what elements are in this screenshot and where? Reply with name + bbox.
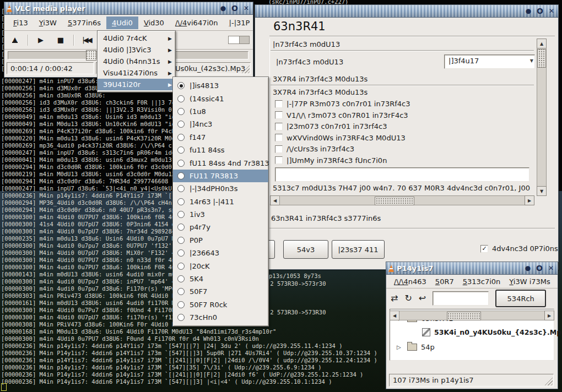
interface-checkbox-row[interactable]: /\/cUrs3s in73rf4c3: [275, 145, 354, 153]
expander-closed-icon[interactable]: ▷: [397, 344, 403, 350]
submenu-arrow-icon: ▶: [168, 36, 172, 41]
window-shade-icon[interactable]: ●︎: [523, 264, 532, 273]
equalizer-menu-item[interactable]: 1iv3: [173, 208, 268, 221]
equalizer-menu-item[interactable]: 14r63 |-|411: [173, 195, 268, 208]
help-text: 5313c7 m0dU13s 7H47 j00 w4n7. 70 637 M0R…: [273, 184, 532, 193]
window-shade-icon[interactable]: ●︎: [219, 4, 228, 13]
search-input[interactable]: [433, 291, 489, 306]
resize-grip-icon[interactable]: [543, 375, 553, 385]
desktop: [ [ [ [ [ [ [ [ [ [00000247] m4in inPU7 …: [0, 0, 562, 392]
equalizer-menu-item[interactable]: 73cHn0: [173, 311, 268, 324]
audio-menu-item[interactable]: 4Udi0 |]3Vic3 ▶: [98, 44, 175, 56]
window-maximize-icon[interactable]: O: [535, 264, 544, 273]
vlc-menu-item[interactable]: /\/4vi647i0n: [170, 17, 224, 29]
search-button[interactable]: 534Rch: [495, 290, 546, 307]
playlist-menu-item[interactable]: 50R7: [431, 276, 458, 287]
audio-menu-item[interactable]: 39U41i20r ▶: [98, 79, 175, 90]
time-display: 0:00:14 / 0:00:42: [7, 62, 94, 74]
equalizer-menu-item[interactable]: f147: [173, 131, 268, 144]
v-scrollbar-thumb[interactable]: [537, 49, 546, 68]
vlc-menu-item[interactable]: |-|31P: [224, 17, 256, 29]
interface-checkbox-row[interactable]: wXVVind0Ws in73RF4c3 M0dU13: [275, 134, 406, 142]
equalizer-menu-item[interactable]: 50F7 R0ck: [173, 298, 268, 311]
vlc-titlebar[interactable]: VLC media player ●︎ O ✕: [4, 2, 253, 15]
checkbox-icon[interactable]: [275, 156, 283, 164]
equalizer-menu-item[interactable]: |20cK: [173, 259, 268, 272]
vlc-menu-item[interactable]: Fi13: [8, 17, 34, 29]
vlc-menu-item[interactable]: 5377in6s: [62, 17, 106, 29]
checkbox-icon[interactable]: [275, 123, 283, 130]
interface-checkbox-row[interactable]: |-|77P R3m073 c0n7r01 in73Rf4c3: [275, 100, 410, 108]
reset-all-button[interactable]: |23s37 411: [332, 240, 385, 259]
h-scrollbar-thumb[interactable]: [447, 312, 481, 320]
save-button[interactable]: 54v3: [283, 240, 328, 259]
tree-item-row[interactable]: 53K4i_n0_y4KUs0ku_{42s3c}.Mp3: [422, 328, 562, 336]
window-close-icon[interactable]: ✕: [547, 264, 555, 273]
radio-icon: [177, 249, 185, 257]
vlc-menu-item[interactable]: Vid30: [138, 17, 170, 29]
equalizer-menu-item[interactable]: 50F7: [173, 285, 268, 298]
equalizer-menu-item[interactable]: 5K4: [173, 273, 268, 285]
equalizer-menu-item[interactable]: |]is4813: [173, 79, 268, 92]
vlc-menu-item[interactable]: 4Udi0: [106, 17, 138, 29]
stop-button[interactable]: ■: [53, 34, 68, 47]
equalizer-menu-item[interactable]: |236643: [173, 247, 268, 259]
seek-slider-handle[interactable]: [86, 50, 96, 61]
scroll-up-icon[interactable]: ▲: [537, 39, 547, 48]
shuffle-icon[interactable]: ⇄: [391, 294, 398, 303]
window-shade-icon[interactable]: ●︎: [524, 7, 533, 15]
window-maximize-icon[interactable]: O: [230, 4, 239, 13]
previous-button[interactable]: |◀◀: [79, 34, 94, 47]
advanced-options-row[interactable]: ✓ 4dv4nc3d 0P7i0ns: [480, 244, 558, 253]
folder-icon: [407, 344, 417, 351]
tree-group-row[interactable]: ▷ 54p: [397, 343, 435, 351]
eject-button[interactable]: ▲: [8, 34, 22, 47]
checkbox-icon[interactable]: [275, 134, 283, 141]
checkbox-checked-icon[interactable]: ✓: [480, 245, 488, 253]
playlist-menu-item[interactable]: /\/\4n463: [390, 276, 431, 287]
equalizer-menu-item[interactable]: fu11 84ss: [173, 144, 268, 156]
vlc-menu-item[interactable]: Yi3W: [34, 17, 62, 29]
scroll-left-icon[interactable]: ◀: [270, 195, 280, 205]
equalizer-menu-item[interactable]: (14ssic41: [173, 92, 268, 105]
repeat-one-icon[interactable]: ↩: [419, 294, 426, 303]
scroll-right-icon[interactable]: ▶: [544, 311, 554, 320]
checkbox-icon[interactable]: [275, 100, 283, 108]
audio-menu-item[interactable]: 4Udi0 (h4nn31s ▶: [98, 56, 175, 67]
equalizer-menu-item[interactable]: FU11 7R3813: [173, 170, 268, 182]
h-scrollbar-thumb[interactable]: [375, 197, 414, 205]
combo-arrow-icon[interactable]: ▼: [530, 58, 533, 63]
checkbox-icon[interactable]: [275, 111, 283, 119]
playlist-titlebar[interactable]: P14y1is7 ●︎ O ✕: [386, 262, 558, 275]
interface-checkbox-row[interactable]: |23m073 c0n7r01 in73rf4c3: [275, 122, 387, 130]
scroll-right-icon[interactable]: ▶: [525, 195, 534, 205]
interface-checkbox-row[interactable]: |]UmMy in73Rf4c3 fUnc7i0n: [275, 156, 387, 165]
extra-modules-input[interactable]: [275, 167, 529, 182]
vlc-cone-icon: [7, 5, 12, 12]
window-close-icon[interactable]: ✕: [547, 7, 556, 15]
dialog-titlebar[interactable]: ●︎ O ✕: [255, 5, 558, 18]
window-close-icon[interactable]: ✕: [242, 4, 251, 13]
play-button[interactable]: ▶: [34, 34, 48, 47]
playlist-window-title: P14y1is7: [397, 264, 521, 273]
equalizer-menu-item[interactable]: P0P: [173, 234, 268, 247]
audio-menu-item[interactable]: 4Udi0 7r4cK ▶: [98, 32, 175, 44]
playlist-menu-item[interactable]: Yi3W i73Ms: [505, 276, 555, 287]
playlist-status-text: 107 i73Ms in p14y1is7: [393, 376, 474, 384]
volume-slider[interactable]: [228, 36, 250, 44]
interface-module-combo[interactable]: |]3f4u17 ▼: [444, 55, 535, 69]
playlist-menu-item[interactable]: 5313c7i0n: [458, 276, 505, 287]
equalizer-menu-item[interactable]: |]4nc3: [173, 118, 268, 130]
equalizer-menu-item[interactable]: p4r7y: [173, 221, 268, 233]
checkbox-icon[interactable]: [275, 145, 283, 153]
v-scrollbar-track[interactable]: [537, 48, 547, 187]
repeat-all-icon[interactable]: ↻: [404, 294, 412, 303]
equalizer-menu-item[interactable]: (1u8: [173, 105, 268, 118]
interface-checkbox-row[interactable]: V1/\/\ r3m073 c0n7R01 in73rF4c3: [275, 111, 408, 119]
equalizer-menu-item[interactable]: fU11 84ss 4nd 7r3813: [173, 156, 268, 169]
scroll-left-icon[interactable]: ◀: [390, 311, 399, 320]
scroll-down-icon[interactable]: ▼: [537, 186, 547, 196]
audio-menu-item[interactable]: Visu41i247i0ns ▶: [98, 67, 175, 79]
window-maximize-icon[interactable]: O: [536, 7, 544, 15]
equalizer-menu-item[interactable]: |-|34dPH0n3s: [173, 182, 268, 195]
